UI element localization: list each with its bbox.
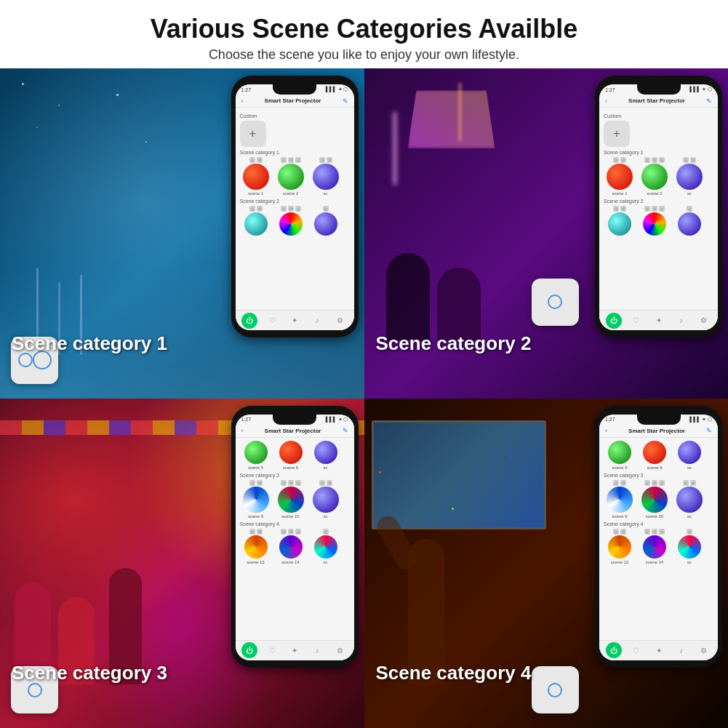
- scene-item-3-sc2[interactable]: ◎⚙ sc: [310, 480, 342, 519]
- phone-header-1: ‹ Smart Star Projector ✎: [236, 95, 354, 108]
- phone-bottom-bar-1: ⏻ ♡ ✦ ♪ ⚙: [236, 310, 354, 330]
- scene-item-3-6[interactable]: scene 6: [275, 441, 307, 470]
- home-btn-2[interactable]: ♡: [628, 313, 644, 329]
- scene-label-3: Scene category 3: [12, 662, 167, 684]
- scene-item-4-10[interactable]: ◎⚙◎ scene 10: [639, 480, 671, 519]
- phone-header-2: ‹ Smart Star Projector ✎: [599, 95, 718, 108]
- scene-row-cat4-4: ◎⚙ scene 13 ◎⚙◎ scene 14 ◎: [604, 529, 713, 564]
- scene-row-cat1: ◎⚙ scene 1 ◎⚙◎ scene 2 ◎⚙: [240, 157, 350, 196]
- scene-item-4-14[interactable]: ◎⚙◎ scene 14: [639, 529, 671, 564]
- power-btn-3[interactable]: ⏻: [241, 642, 257, 658]
- phone-content-4: scene 5 scene 6 sc Scene category: [599, 438, 718, 640]
- page-title: Various Scene Categories Availble: [15, 13, 713, 44]
- phone-notch-4: [637, 415, 681, 425]
- scene-row-top-4: scene 5 scene 6 sc: [604, 441, 713, 470]
- power-btn-2[interactable]: ⏻: [606, 313, 622, 329]
- home-btn-4[interactable]: ♡: [628, 642, 644, 658]
- edit-icon-4[interactable]: ✎: [706, 427, 712, 434]
- phone-bottom-bar-4: ⏻ ♡ ✦ ♪ ⚙: [599, 640, 718, 660]
- phone-screen-2: 1:27 ▌▌▌ ✦ ⬡ ‹ Smart Star Projector ✎ Cu…: [599, 84, 718, 330]
- scene-item-3-sc[interactable]: sc: [310, 441, 342, 470]
- scene-row-cat1-2: ◎⚙ scene 1 ◎⚙◎ scene 2 ◎⚙: [604, 157, 713, 196]
- music-btn-4[interactable]: ♪: [673, 642, 689, 658]
- phone-screen-3: 1:27 ▌▌▌ ✦ ⬡ ‹ Smart Star Projector ✎: [236, 415, 354, 660]
- scene-item-4[interactable]: ◎⚙: [240, 206, 272, 237]
- scene-item-4-13[interactable]: ◎⚙ scene 13: [604, 529, 636, 564]
- scene-item-4-5[interactable]: scene 5: [604, 441, 636, 470]
- phone-header-4: ‹ Smart Star Projector ✎: [599, 425, 718, 438]
- scene-item-3-sc3[interactable]: ◎ sc: [310, 529, 342, 564]
- custom-add-1[interactable]: +: [240, 121, 266, 147]
- phone-notch-2: [637, 84, 681, 95]
- music-btn-2[interactable]: ♪: [673, 313, 689, 329]
- cell-scene3: Scene category 3 1:27 ▌▌▌ ✦ ⬡ ‹ Smart St…: [0, 399, 364, 728]
- scene-item-5[interactable]: ◎⚙◎: [275, 206, 307, 237]
- power-btn-1[interactable]: ⏻: [241, 313, 257, 329]
- scene-item-2-3[interactable]: ◎⚙ sc: [673, 157, 705, 196]
- settings-btn-1[interactable]: ⚙: [332, 313, 348, 329]
- phone-notch-3: [273, 415, 316, 425]
- edit-icon-1[interactable]: ✎: [343, 97, 348, 105]
- phone-header-3: ‹ Smart Star Projector ✎: [236, 425, 354, 438]
- scene-row-top-3: scene 5 scene 6 sc: [240, 441, 350, 470]
- scene-item-4-sc[interactable]: sc: [673, 441, 705, 470]
- scene-item-3[interactable]: ◎⚙ sc: [310, 157, 342, 196]
- tv-screen: [372, 420, 546, 529]
- scene-item-1[interactable]: ◎⚙ scene 1: [240, 157, 272, 196]
- phone-bottom-bar-2: ⏻ ♡ ✦ ♪ ⚙: [599, 310, 718, 330]
- scene-item-4-6[interactable]: scene 6: [639, 441, 671, 470]
- edit-icon-3[interactable]: ✎: [343, 427, 348, 434]
- settings-btn-2[interactable]: ⚙: [696, 313, 712, 329]
- scene-grid: Scene category 1 1:27 ▌▌▌ ✦ ⬡ ‹ Smart St…: [0, 68, 728, 728]
- scene-item-3-5[interactable]: scene 5: [240, 441, 272, 470]
- cell-scene4: Scene category 4 1:27 ▌▌▌ ✦ ⬡ ‹ Smart St…: [364, 399, 729, 728]
- scene-item-2-4[interactable]: ◎⚙: [604, 206, 636, 237]
- scene-item-2-5[interactable]: ◎⚙◎: [639, 206, 671, 237]
- scene-label-1: Scene category 1: [12, 332, 167, 355]
- scene-row-cat3: ◎⚙ scene 9 ◎⚙◎ scene 10 ◎⚙: [240, 480, 350, 519]
- phone-content-2: Custom + Scene category 1 ◎⚙ scene 1 ◎⚙◎: [599, 108, 718, 310]
- scene-row-cat4-3: ◎⚙ scene 13 ◎⚙◎ scene 14 ◎: [240, 529, 350, 564]
- scene-item-2-1[interactable]: ◎⚙ scene 1: [604, 157, 636, 196]
- scene-item-3-14[interactable]: ◎⚙◎ scene 14: [275, 529, 307, 564]
- light-btn-4[interactable]: ✦: [651, 642, 667, 658]
- page-subtitle: Choose the scene you like to enjoy your …: [15, 47, 713, 63]
- light-btn-3[interactable]: ✦: [287, 642, 303, 658]
- phone-content-3: scene 5 scene 6 sc Scene category: [236, 438, 354, 640]
- phone-cell3: 1:27 ▌▌▌ ✦ ⬡ ‹ Smart Star Projector ✎: [231, 406, 359, 668]
- scene-item-2[interactable]: ◎⚙◎ scene 2: [275, 157, 307, 196]
- light-btn-2[interactable]: ✦: [651, 313, 667, 329]
- phone-cell4: 1:27 ▌▌▌ ✦ ⬡ ‹ Smart Star Projector ✎ sc…: [595, 406, 722, 668]
- device-cell4: [532, 666, 579, 713]
- home-btn-3[interactable]: ♡: [264, 642, 280, 658]
- scene-item-4-sc2[interactable]: ◎⚙ sc: [673, 480, 705, 519]
- power-btn-4[interactable]: ⏻: [606, 642, 622, 658]
- phone-screen-1: 1:27 ▌▌▌ ✦ ⬡ ‹ Smart Star Projector ✎ Cu…: [236, 84, 354, 330]
- device-cell2: [532, 279, 579, 326]
- custom-add-2[interactable]: +: [604, 121, 630, 147]
- scene-item-2-2[interactable]: ◎⚙◎ scene 2: [639, 157, 671, 196]
- scene-item-3-10[interactable]: ◎⚙◎ scene 10: [275, 480, 307, 519]
- phone-bottom-bar-3: ⏻ ♡ ✦ ♪ ⚙: [236, 640, 354, 660]
- cell-scene2: Scene category 2 1:27 ▌▌▌ ✦ ⬡ ‹ Smart St…: [364, 68, 729, 398]
- light-btn-1[interactable]: ✦: [287, 313, 303, 329]
- phone-cell2: 1:27 ▌▌▌ ✦ ⬡ ‹ Smart Star Projector ✎ Cu…: [595, 76, 722, 337]
- scene-row-cat2-2: ◎⚙ ◎⚙◎ ◎: [604, 206, 713, 237]
- settings-btn-4[interactable]: ⚙: [696, 642, 712, 658]
- scene-item-3-9[interactable]: ◎⚙ scene 9: [240, 480, 272, 519]
- scene-label-2: Scene category 2: [376, 332, 532, 355]
- scene-item-6[interactable]: ◎: [310, 206, 342, 237]
- home-btn-1[interactable]: ♡: [264, 313, 280, 329]
- scene-item-4-9[interactable]: ◎⚙ scene 9: [604, 480, 636, 519]
- scene-row-cat3-4: ◎⚙ scene 9 ◎⚙◎ scene 10 ◎⚙: [604, 480, 713, 519]
- scene-item-2-6[interactable]: ◎: [673, 206, 705, 237]
- settings-btn-3[interactable]: ⚙: [332, 642, 348, 658]
- phone-screen-4: 1:27 ▌▌▌ ✦ ⬡ ‹ Smart Star Projector ✎ sc…: [599, 415, 718, 660]
- edit-icon-2[interactable]: ✎: [706, 97, 712, 105]
- scene-item-3-13[interactable]: ◎⚙ scene 13: [240, 529, 272, 564]
- page-header: Various Scene Categories Availble Choose…: [0, 0, 728, 68]
- music-btn-1[interactable]: ♪: [309, 313, 325, 329]
- scene-item-4-sc3[interactable]: ◎ sc: [673, 529, 705, 564]
- music-btn-3[interactable]: ♪: [309, 642, 325, 658]
- phone-content-1: Custom + Scene category 1 ◎⚙ scene 1 ◎⚙◎: [236, 108, 354, 310]
